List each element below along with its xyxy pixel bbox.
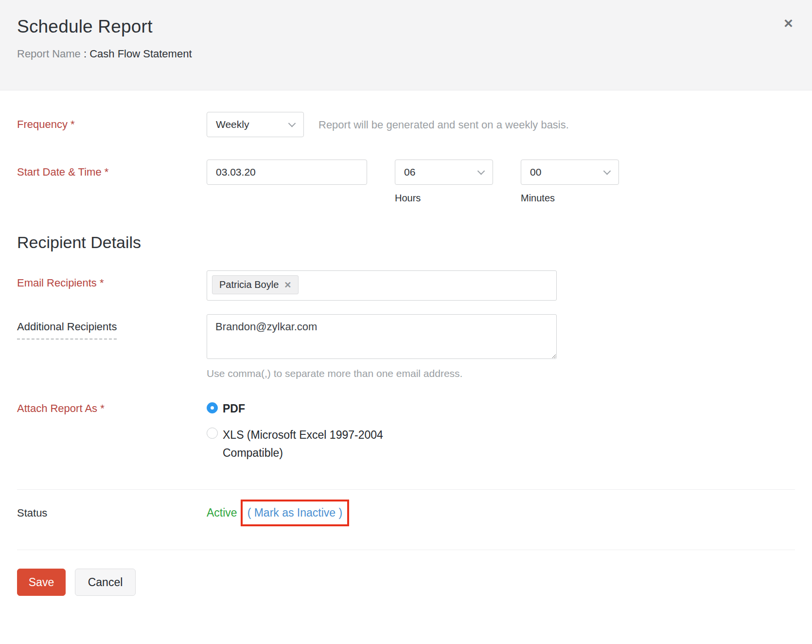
save-button[interactable]: Save	[17, 569, 66, 596]
attach-report-row: Attach Report As * PDF XLS (Microsoft Ex…	[17, 401, 795, 462]
chip-remove-icon[interactable]: ✕	[284, 280, 291, 290]
status-value: Active	[207, 506, 237, 519]
hours-group: 06 Hours	[395, 160, 493, 204]
hours-select[interactable]: 06	[395, 160, 493, 185]
radio-option-pdf[interactable]: PDF	[207, 401, 405, 416]
minutes-group: 00 Minutes	[521, 160, 619, 204]
hours-label: Hours	[395, 193, 493, 204]
start-date-row: Start Date & Time * 06 Hours 00 Minutes	[17, 160, 795, 204]
frequency-label: Frequency *	[17, 118, 75, 130]
report-name-value: Cash Flow Statement	[89, 48, 192, 60]
modal-footer: Save Cancel	[0, 550, 812, 614]
close-icon[interactable]: ✕	[783, 18, 794, 30]
required-asterisk: *	[105, 166, 109, 178]
frequency-row: Frequency * Weekly Report will be genera…	[17, 112, 795, 137]
mark-as-inactive-link[interactable]: ( Mark as Inactive )	[247, 506, 343, 519]
page-title: Schedule Report	[17, 17, 793, 37]
chevron-down-icon	[603, 167, 611, 175]
modal-header: Schedule Report Report Name : Cash Flow …	[0, 0, 812, 90]
email-recipients-input[interactable]: Patricia Boyle ✕	[207, 270, 557, 301]
recipient-chip: Patricia Boyle ✕	[212, 275, 299, 294]
cancel-button[interactable]: Cancel	[75, 569, 136, 596]
report-name-label: Report Name	[17, 48, 81, 60]
additional-recipients-helper: Use comma(,) to separate more than one e…	[207, 368, 557, 379]
minutes-select-value: 00	[530, 166, 541, 178]
attach-report-label: Attach Report As *	[17, 402, 105, 414]
start-date-label: Start Date & Time *	[17, 166, 108, 178]
recipient-chip-label: Patricia Boyle	[219, 279, 279, 290]
status-row: Status Active ( Mark as Inactive )	[17, 500, 795, 526]
divider	[17, 489, 795, 490]
start-date-input[interactable]	[207, 160, 367, 185]
chevron-down-icon	[477, 167, 485, 175]
radio-pdf-label: PDF	[223, 402, 245, 416]
section-title-recipient-details: Recipient Details	[17, 233, 795, 252]
required-asterisk: *	[71, 118, 75, 130]
radio-xls-label: XLS (Microsoft Excel 1997-2004 Compatibl…	[223, 426, 405, 463]
frequency-helper-text: Report will be generated and sent on a w…	[318, 118, 569, 131]
frequency-select[interactable]: Weekly	[207, 112, 304, 137]
report-name-separator: :	[81, 48, 89, 60]
frequency-select-value: Weekly	[216, 119, 249, 130]
chevron-down-icon	[288, 119, 296, 127]
email-recipients-row: Email Recipients * Patricia Boyle ✕	[17, 270, 795, 301]
required-asterisk: *	[100, 402, 105, 414]
minutes-select[interactable]: 00	[521, 160, 619, 185]
minutes-label: Minutes	[521, 193, 619, 204]
additional-recipients-row: Additional Recipients Brandon@zylkar.com…	[17, 314, 795, 379]
required-asterisk: *	[100, 277, 104, 289]
status-label: Status	[17, 507, 47, 519]
hours-select-value: 06	[404, 166, 415, 178]
annotation-highlight-box: ( Mark as Inactive )	[241, 500, 350, 526]
report-name-line: Report Name : Cash Flow Statement	[17, 48, 793, 60]
modal-body: Frequency * Weekly Report will be genera…	[0, 112, 812, 550]
email-recipients-label: Email Recipients *	[17, 277, 104, 289]
attach-report-options: PDF XLS (Microsoft Excel 1997-2004 Compa…	[207, 401, 405, 462]
additional-recipients-textarea[interactable]: Brandon@zylkar.com	[207, 314, 557, 359]
radio-option-xls[interactable]: XLS (Microsoft Excel 1997-2004 Compatibl…	[207, 426, 405, 463]
radio-unselected-icon[interactable]	[207, 428, 218, 439]
additional-recipients-label: Additional Recipients	[17, 321, 117, 340]
radio-selected-icon[interactable]	[207, 402, 218, 413]
